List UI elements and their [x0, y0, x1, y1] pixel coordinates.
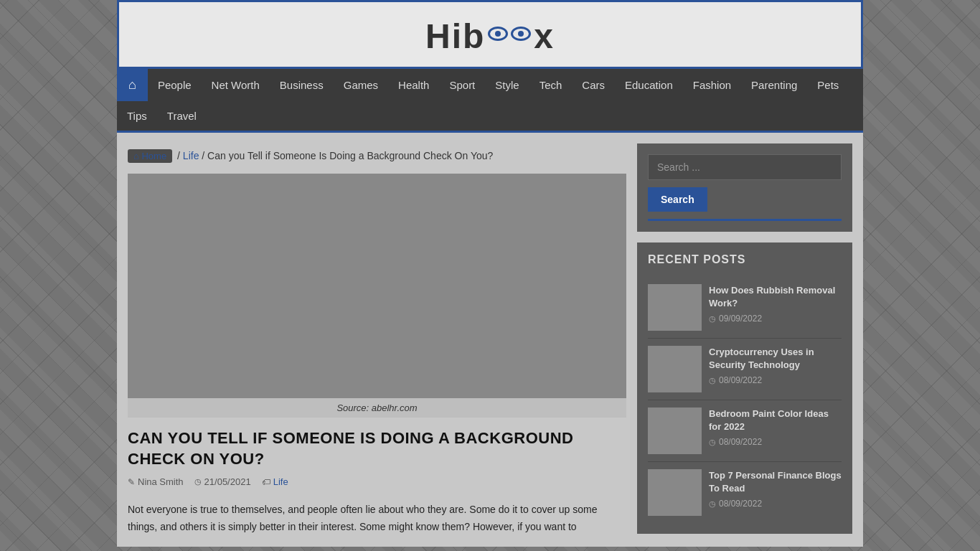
recent-post-info: Cryptocurrency Uses in Security Technolo…	[709, 346, 842, 392]
article-category: 🏷 Life	[262, 476, 288, 487]
search-button[interactable]: Search	[648, 187, 707, 212]
date-icon: ◷	[709, 499, 716, 509]
recent-post-link[interactable]: Top 7 Personal Finance Blogs To Read	[709, 469, 842, 495]
author-icon: ✎	[128, 477, 135, 487]
category-link[interactable]: Life	[273, 476, 288, 487]
main-content: ⌂ Home / Life / Can you Tell if Someone …	[128, 143, 626, 536]
recent-post-link[interactable]: Bedroom Paint Color Ideas for 2022	[709, 408, 842, 433]
recent-post-item: Cryptocurrency Uses in Security Technolo…	[648, 339, 842, 400]
nav-item-business[interactable]: Business	[270, 70, 334, 100]
home-icon: ⌂	[128, 77, 136, 93]
nav-item-travel[interactable]: Travel	[157, 101, 207, 131]
nav-item-people[interactable]: People	[148, 70, 202, 100]
home-breadcrumb-icon: ⌂	[133, 151, 139, 161]
logo-eye-left	[488, 27, 508, 41]
recent-post-date: ◷ 08/09/2022	[709, 375, 842, 385]
recent-post-info: How Does Rubbish Removal Work? ◷ 09/09/2…	[709, 284, 842, 331]
logo-text-before: Hib	[425, 17, 485, 56]
breadcrumb: ⌂ Home / Life / Can you Tell if Someone …	[128, 143, 626, 174]
site-logo[interactable]: Hib x	[425, 17, 555, 56]
date-icon: ◷	[709, 376, 716, 385]
recent-post-link[interactable]: How Does Rubbish Removal Work?	[709, 284, 842, 310]
nav-item-style[interactable]: Style	[485, 70, 529, 100]
recent-post-thumb	[648, 408, 702, 454]
recent-posts-title: Recent Posts	[648, 253, 842, 266]
recent-post-thumb	[648, 346, 702, 392]
nav-item-parenting[interactable]: Parenting	[741, 70, 807, 100]
recent-posts-widget: Recent Posts How Does Rubbish Removal Wo…	[637, 242, 852, 534]
breadcrumb-current: Can you Tell if Someone Is Doing a Backg…	[207, 150, 493, 161]
date-icon: ◷	[194, 477, 202, 486]
nav-item-health[interactable]: Health	[388, 70, 439, 100]
recent-post-thumb	[648, 284, 702, 331]
article-image: Source: abelhr.com	[128, 174, 626, 418]
recent-post-date: ◷ 09/09/2022	[709, 314, 842, 324]
article-author: ✎ Nina Smith	[128, 476, 184, 487]
recent-post-thumb	[648, 469, 702, 516]
recent-post-date: ◷ 08/09/2022	[709, 499, 842, 509]
nav-item-tips[interactable]: Tips	[117, 101, 157, 131]
breadcrumb-category-link[interactable]: Life	[183, 150, 199, 161]
article-meta: ✎ Nina Smith ◷ 21/05/2021 🏷 Life	[128, 476, 626, 493]
breadcrumb-home-link[interactable]: ⌂ Home	[128, 149, 172, 163]
search-underline	[648, 219, 842, 221]
recent-post-item: Top 7 Personal Finance Blogs To Read ◷ 0…	[648, 462, 842, 523]
nav-home-item[interactable]: ⌂	[117, 69, 148, 101]
recent-post-item: How Does Rubbish Removal Work? ◷ 09/09/2…	[648, 277, 842, 339]
logo-eye-right	[511, 27, 531, 41]
nav-item-cars[interactable]: Cars	[572, 70, 615, 100]
nav-item-tech[interactable]: Tech	[529, 70, 573, 100]
nav-item-networth[interactable]: Net Worth	[202, 70, 270, 100]
logo-eyes	[486, 27, 532, 41]
main-nav: ⌂ People Net Worth Business Games Health…	[117, 67, 863, 133]
nav-item-pets[interactable]: Pets	[807, 70, 849, 100]
article-title: Can You Tell If Someone Is Doing A Backg…	[128, 428, 626, 469]
image-caption: Source: abelhr.com	[128, 398, 626, 418]
sidebar: Search Recent Posts How Does Rubbish Rem…	[637, 143, 852, 536]
article-date: ◷ 21/05/2021	[194, 476, 251, 487]
recent-post-info: Top 7 Personal Finance Blogs To Read ◷ 0…	[709, 469, 842, 516]
content-area: ⌂ Home / Life / Can you Tell if Someone …	[117, 133, 863, 547]
category-icon: 🏷	[262, 477, 270, 487]
nav-item-games[interactable]: Games	[334, 70, 388, 100]
date-icon: ◷	[709, 438, 716, 447]
nav-item-education[interactable]: Education	[615, 70, 683, 100]
article-excerpt: Not everyone is true to themselves, and …	[128, 501, 626, 536]
recent-post-link[interactable]: Cryptocurrency Uses in Security Technolo…	[709, 346, 842, 372]
date-icon: ◷	[709, 314, 716, 324]
recent-post-item: Bedroom Paint Color Ideas for 2022 ◷ 08/…	[648, 400, 842, 462]
logo-text-after: x	[534, 17, 555, 56]
recent-post-info: Bedroom Paint Color Ideas for 2022 ◷ 08/…	[709, 408, 842, 454]
nav-item-fashion[interactable]: Fashion	[683, 70, 741, 100]
search-input[interactable]	[648, 154, 842, 180]
nav-item-sport[interactable]: Sport	[439, 70, 485, 100]
site-header: Hib x	[117, 0, 863, 67]
search-widget: Search	[637, 143, 852, 232]
recent-post-date: ◷ 08/09/2022	[709, 437, 842, 447]
